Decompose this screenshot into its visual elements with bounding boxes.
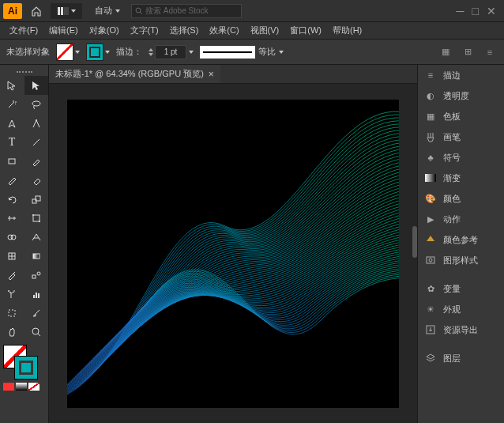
rectangle-tool[interactable]	[0, 152, 24, 171]
panel-color[interactable]: 🎨颜色	[418, 188, 504, 209]
align-icon[interactable]: ▦	[438, 45, 453, 59]
line-tool[interactable]	[24, 133, 48, 152]
tools-handle[interactable]	[0, 68, 48, 76]
menu-object[interactable]: 对象(O)	[85, 23, 124, 38]
panel-gradient[interactable]: 渐变	[418, 168, 504, 188]
menu-type[interactable]: 文字(T)	[126, 23, 164, 38]
appearance-icon: ☀	[424, 303, 437, 315]
panel-layers[interactable]: 图层	[418, 348, 504, 368]
panel-menu-icon[interactable]: ≡	[482, 45, 498, 59]
chevron-down-icon[interactable]	[189, 51, 194, 54]
scale-tool[interactable]	[24, 190, 48, 209]
panel-actions[interactable]: ▶动作	[418, 209, 504, 229]
chevron-down-icon[interactable]	[75, 51, 80, 54]
column-graph-tool[interactable]	[24, 285, 48, 304]
panel-appearance[interactable]: ☀外观	[418, 299, 504, 319]
svg-rect-8	[9, 159, 15, 164]
window-controls: ─ □ ✕	[457, 5, 501, 17]
menu-select[interactable]: 选择(S)	[165, 23, 204, 38]
export-icon	[424, 323, 437, 336]
svg-rect-24	[33, 295, 35, 298]
close-button[interactable]: ✕	[487, 5, 496, 17]
color-mode-none[interactable]	[28, 383, 39, 391]
panel-brushes[interactable]: 画笔	[418, 127, 504, 147]
stroke-color-swatch[interactable]	[14, 356, 38, 380]
panel-transparency[interactable]: ◐透明度	[418, 85, 504, 106]
shape-builder-tool[interactable]	[0, 228, 24, 247]
paintbrush-tool[interactable]	[24, 152, 48, 171]
menu-edit[interactable]: 编辑(E)	[44, 23, 83, 38]
perspective-grid-tool[interactable]	[24, 228, 48, 247]
svg-rect-2	[64, 7, 69, 15]
magic-wand-tool[interactable]	[0, 95, 24, 114]
home-icon[interactable]	[27, 3, 46, 19]
width-tool[interactable]	[0, 209, 24, 228]
panel-variables[interactable]: ✿变量	[418, 278, 504, 299]
panel-graphic-styles[interactable]: 图形样式	[418, 250, 504, 270]
menu-help[interactable]: 帮助(H)	[328, 23, 367, 38]
minimize-button[interactable]: ─	[457, 5, 465, 17]
svg-point-28	[32, 328, 39, 334]
svg-rect-30	[425, 174, 436, 182]
panel-color-guide[interactable]: 颜色参考	[418, 229, 504, 250]
transform-icon[interactable]: ⊞	[460, 45, 476, 59]
close-tab-icon[interactable]: ×	[209, 69, 214, 80]
zoom-tool[interactable]	[24, 323, 48, 342]
rotate-tool[interactable]	[0, 190, 24, 209]
fill-swatch[interactable]	[56, 43, 73, 61]
mesh-tool[interactable]	[0, 247, 24, 266]
svg-rect-19	[33, 254, 39, 259]
workspace-switcher[interactable]	[51, 3, 82, 19]
chevron-down-icon[interactable]	[105, 51, 110, 54]
eyedropper-tool[interactable]	[0, 266, 24, 285]
svg-rect-0	[58, 7, 60, 15]
chevron-down-icon[interactable]	[279, 51, 284, 54]
stroke-weight-down[interactable]	[149, 53, 153, 56]
symbol-sprayer-tool[interactable]	[0, 285, 24, 304]
vertical-scrollbar[interactable]	[412, 226, 417, 258]
arrange-documents-dropdown[interactable]: 自动	[90, 3, 125, 18]
svg-rect-11	[33, 215, 39, 221]
document-tab[interactable]: 未标题-1* @ 64.34% (RGB/GPU 预览) ×	[49, 65, 220, 83]
menu-file[interactable]: 文件(F)	[5, 23, 43, 38]
profile-preview[interactable]	[200, 46, 255, 59]
panel-asset-export[interactable]: 资源导出	[418, 319, 504, 340]
panel-stroke[interactable]: ≡描边	[418, 65, 504, 85]
svg-point-5	[32, 101, 40, 106]
gradient-tool[interactable]	[24, 247, 48, 266]
artboard[interactable]	[67, 100, 399, 408]
curvature-tool[interactable]	[24, 114, 48, 133]
panel-symbols[interactable]: ♣符号	[418, 147, 504, 168]
panel-swatches[interactable]: ▦色板	[418, 106, 504, 127]
document-tabs: 未标题-1* @ 64.34% (RGB/GPU 预览) ×	[49, 65, 417, 84]
menu-window[interactable]: 窗口(W)	[285, 23, 326, 38]
eraser-tool[interactable]	[24, 171, 48, 190]
pencil-tool[interactable]	[0, 171, 24, 190]
artboard-tool[interactable]	[0, 304, 24, 323]
search-input[interactable]: 搜索 Adobe Stock	[131, 4, 242, 18]
menu-effect[interactable]: 效果(C)	[205, 23, 243, 38]
stroke-swatch[interactable]	[86, 43, 103, 61]
svg-point-32	[429, 259, 432, 262]
maximize-button[interactable]: □	[472, 5, 479, 17]
hand-tool[interactable]	[0, 323, 24, 342]
direct-selection-tool[interactable]	[24, 76, 48, 95]
canvas-viewport[interactable]	[49, 84, 417, 423]
color-mode-solid[interactable]	[3, 383, 14, 391]
app-logo: Ai	[3, 3, 22, 19]
lasso-tool[interactable]	[24, 95, 48, 114]
menu-bar: 文件(F) 编辑(E) 对象(O) 文字(T) 选择(S) 效果(C) 视图(V…	[0, 22, 504, 40]
type-tool[interactable]: T	[0, 133, 24, 152]
search-placeholder: 搜索 Adobe Stock	[145, 6, 208, 17]
chevron-down-icon	[115, 9, 120, 13]
menu-view[interactable]: 视图(V)	[246, 23, 284, 38]
blend-tool[interactable]	[24, 266, 48, 285]
slice-tool[interactable]	[24, 304, 48, 323]
color-mode-gradient[interactable]	[16, 383, 27, 391]
stroke-weight-input[interactable]	[155, 45, 186, 59]
free-transform-tool[interactable]	[24, 209, 48, 228]
stroke-weight-up[interactable]	[149, 48, 153, 51]
pen-tool[interactable]	[0, 114, 24, 133]
svg-line-4	[140, 12, 142, 14]
selection-tool[interactable]	[0, 76, 24, 95]
